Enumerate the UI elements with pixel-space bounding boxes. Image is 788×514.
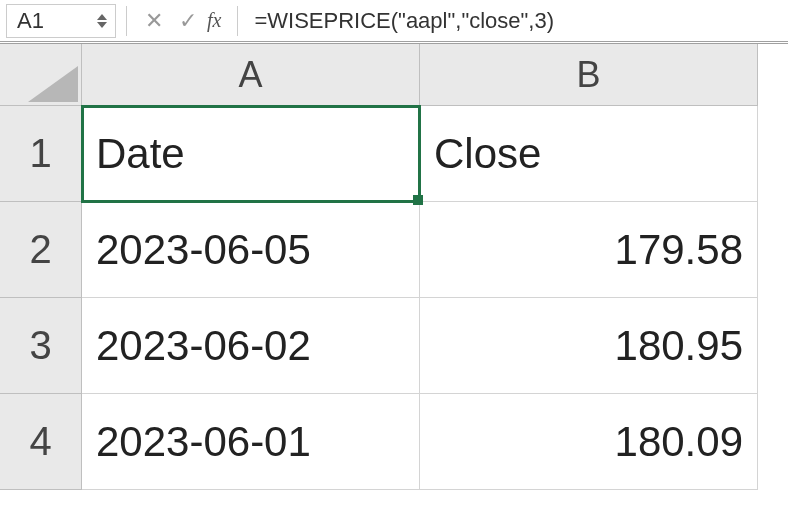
row-header-1[interactable]: 1: [0, 106, 82, 202]
divider: [126, 6, 127, 36]
row-3: 3 2023-06-02 180.95: [0, 298, 788, 394]
select-all-triangle-icon: [28, 66, 78, 102]
cell-b4[interactable]: 180.09: [420, 394, 758, 490]
column-header-a[interactable]: A: [82, 44, 420, 106]
formula-bar: A1 ✕ ✓ fx: [0, 0, 788, 44]
cell-b4-value: 180.09: [615, 418, 743, 466]
cell-a4-value: 2023-06-01: [96, 418, 311, 466]
spreadsheet-grid: A B 1 Date Close 2 2023-06-05 179.58 3 2…: [0, 44, 788, 490]
row-header-4[interactable]: 4: [0, 394, 82, 490]
cell-a2-value: 2023-06-05: [96, 226, 311, 274]
divider: [237, 6, 238, 36]
column-header-b[interactable]: B: [420, 44, 758, 106]
fill-handle[interactable]: [413, 195, 423, 205]
accept-icon[interactable]: ✓: [179, 8, 197, 34]
column-headers-row: A B: [0, 44, 788, 106]
cell-a1[interactable]: Date: [82, 106, 420, 202]
cell-b1[interactable]: Close: [420, 106, 758, 202]
name-box-value: A1: [17, 8, 44, 34]
formula-input[interactable]: [248, 4, 782, 38]
cancel-icon[interactable]: ✕: [145, 8, 163, 34]
row-header-2[interactable]: 2: [0, 202, 82, 298]
cell-a4[interactable]: 2023-06-01: [82, 394, 420, 490]
cell-b3-value: 180.95: [615, 322, 743, 370]
row-4: 4 2023-06-01 180.09: [0, 394, 788, 490]
cell-a1-value: Date: [96, 130, 185, 178]
cell-b2-value: 179.58: [615, 226, 743, 274]
fx-label[interactable]: fx: [207, 9, 221, 32]
cell-a3[interactable]: 2023-06-02: [82, 298, 420, 394]
cell-b2[interactable]: 179.58: [420, 202, 758, 298]
cell-b1-value: Close: [434, 130, 541, 178]
cell-a2[interactable]: 2023-06-05: [82, 202, 420, 298]
cell-b3[interactable]: 180.95: [420, 298, 758, 394]
select-all-corner[interactable]: [0, 44, 82, 106]
row-1: 1 Date Close: [0, 106, 788, 202]
chevron-up-icon[interactable]: [97, 14, 107, 20]
row-header-3[interactable]: 3: [0, 298, 82, 394]
name-box[interactable]: A1: [6, 4, 116, 38]
cell-a3-value: 2023-06-02: [96, 322, 311, 370]
name-box-spinner[interactable]: [97, 14, 107, 28]
chevron-down-icon[interactable]: [97, 22, 107, 28]
row-2: 2 2023-06-05 179.58: [0, 202, 788, 298]
